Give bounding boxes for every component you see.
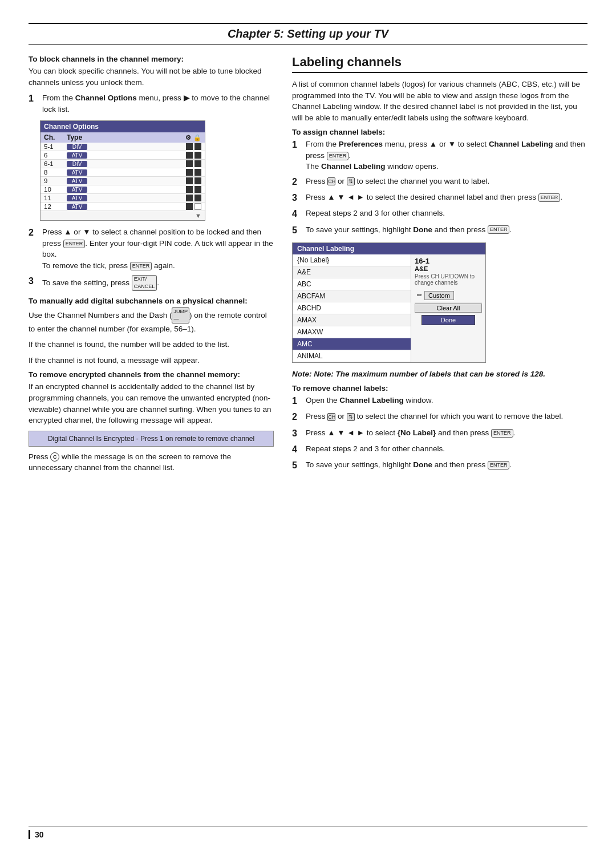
assign-step-num-2: 2 [292, 175, 301, 188]
ch-btn-2: CH [327, 413, 335, 421]
labeling-intro: A list of common channel labels (logos) … [292, 79, 587, 123]
note-content: Note: The maximum number of labels that … [314, 370, 545, 378]
table-row: 10 ATV [40, 185, 205, 194]
list-item[interactable]: {No Label} [293, 254, 411, 266]
step-2: 2 Press ▲ or ▼ to select a channel posit… [29, 226, 274, 271]
done-bold: Done [413, 225, 432, 234]
encrypted-heading: To remove encrypted channels from the ch… [29, 370, 274, 379]
left-column: To block channels in the channel memory:… [29, 55, 274, 815]
remove-step-num-4: 4 [292, 443, 301, 456]
enter-icon-2: ENTER [130, 262, 152, 270]
enter-icon-4: ENTER [538, 193, 561, 202]
step-1-content: From the Channel Options menu, press ▶ t… [42, 92, 274, 115]
page-footer: 30 [29, 826, 587, 839]
channel-hint: Press CH UP/DOWN to change channels [415, 273, 482, 286]
page: Chapter 5: Setting up your TV To block c… [0, 0, 616, 862]
ch-updown-btn: ⇅ [347, 177, 355, 185]
enter-icon-5: ENTER [488, 225, 510, 234]
remove-step-num-5: 5 [292, 459, 301, 472]
enter-icon-6: ENTER [491, 429, 513, 438]
ch-btn: CH [327, 177, 335, 185]
assign-step-1: 1 From the Preferences menu, press ▲ or … [292, 139, 587, 172]
step-1: 1 From the Channel Options menu, press ▶… [29, 92, 274, 115]
preferences-bold: Preferences [339, 140, 383, 148]
enter-icon-3: ENTER [327, 152, 349, 160]
table-row: 9 ATV [40, 177, 205, 185]
circle-c-icon: C [50, 452, 59, 462]
step-3-content: To save the setting, press EXIT/CANCEL. [42, 275, 274, 291]
assign-step-1-content: From the Preferences menu, press ▲ or ▼ … [306, 139, 587, 172]
chapter-title: Chapter 5: Setting up your TV [228, 27, 388, 40]
channel-options-cols: Ch. Type ⚙ 🔒 [40, 132, 205, 143]
list-item[interactable]: AMAXW [293, 326, 411, 338]
done-bold-2: Done [413, 460, 432, 469]
channel-options-bold: Channel Options [75, 94, 137, 102]
step-num-1: 1 [29, 92, 38, 115]
channel-name: A&E [415, 265, 482, 272]
block-steps-2-3: 2 Press ▲ or ▼ to select a channel posit… [29, 226, 274, 290]
list-item[interactable]: ABCFAM [293, 290, 411, 302]
table-row: 6 ATV [40, 151, 205, 160]
custom-button[interactable]: Custom [424, 291, 454, 300]
assign-step-3-content: Press ▲ ▼ ◄ ► to select the desired chan… [306, 192, 587, 204]
labeling-box-header: Channel Labeling [293, 243, 485, 254]
assign-step-num-5: 5 [292, 224, 301, 237]
assign-step-3: 3 Press ▲ ▼ ◄ ► to select the desired ch… [292, 192, 587, 204]
right-channel-info: 16-1 A&E Press CH UP/DOWN to change chan… [415, 257, 482, 286]
step-num-3: 3 [29, 274, 38, 291]
channel-labeling-bold-2: Channel Labeling [321, 162, 386, 171]
list-item[interactable]: A&E [293, 266, 411, 278]
table-row: 12 ATV [40, 203, 205, 211]
note-bold: Note: [292, 370, 312, 378]
jump-icon: JUMP— [172, 307, 189, 323]
no-label-bold: {No Label} [398, 428, 436, 437]
list-item[interactable]: ABCHD [293, 302, 411, 314]
encrypted-msg-text: Digital Channel Is Encrypted - Press 1 o… [48, 435, 254, 443]
assign-step-4-content: Repeat steps 2 and 3 for other channels. [306, 208, 587, 220]
remove-step-3: 3 Press ▲ ▼ ◄ ► to select {No Label} and… [292, 427, 587, 440]
page-number: 30 [29, 830, 44, 839]
enter-icon: ENTER [63, 240, 86, 248]
ch-updown-btn-2: ⇅ [347, 413, 355, 421]
remove-step-num-3: 3 [292, 427, 301, 440]
custom-row: ✏ Custom [415, 289, 482, 302]
section-title: Labeling channels [292, 55, 587, 73]
remove-labels-heading: To remove channel labels: [292, 384, 587, 392]
step-2-content: Press ▲ or ▼ to select a channel positio… [42, 226, 274, 271]
remove-step-4-content: Repeat steps 2 and 3 for other channels. [306, 443, 587, 456]
channel-num: 16-1 [415, 257, 482, 265]
assign-labels-heading: To assign channel labels: [292, 128, 587, 136]
list-item-selected[interactable]: AMC [293, 338, 411, 350]
right-column: Labeling channels A list of common chann… [292, 55, 587, 815]
done-button[interactable]: Done [422, 315, 475, 325]
col-icons: ⚙ 🔒 [185, 134, 201, 141]
assign-step-2: 2 Press CH or ⇅ to select the channel yo… [292, 176, 587, 188]
channel-options-box: Channel Options Ch. Type ⚙ 🔒 5-1 DIV [40, 120, 205, 221]
table-row: 5-1 DIV [40, 143, 205, 151]
remove-labels-steps: 1 Open the Channel Labeling window. 2 Pr… [292, 395, 587, 472]
list-item[interactable]: AMAX [293, 314, 411, 326]
channel-labeling-box: Channel Labeling {No Label} A&E ABC ABCF… [292, 242, 486, 363]
note-text: Note: Note: The maximum number of labels… [292, 369, 587, 380]
block-channels-steps: 1 From the Channel Options menu, press ▶… [29, 92, 274, 115]
remove-step-1-content: Open the Channel Labeling window. [306, 395, 587, 407]
list-item[interactable]: ANIMAL [293, 350, 411, 362]
labeling-right-panel: 16-1 A&E Press CH UP/DOWN to change chan… [411, 254, 485, 362]
assign-step-5-content: To save your settings, highlight Done an… [306, 224, 587, 237]
step-3: 3 To save the setting, press EXIT/CANCEL… [29, 275, 274, 291]
assign-step-num-4: 4 [292, 207, 301, 220]
remove-step-3-content: Press ▲ ▼ ◄ ► to select {No Label} and t… [306, 427, 587, 440]
scroll-indicator: ▼ [40, 211, 205, 220]
remove-step-num-2: 2 [292, 410, 301, 423]
labeling-body: {No Label} A&E ABC ABCFAM ABCHD AMAX AMA… [293, 254, 485, 362]
clear-all-button[interactable]: Clear All [415, 303, 482, 313]
digital-subchannels-para2: If the channel is found, the number will… [29, 339, 274, 350]
encrypted-para2: Press C while the message is on the scre… [29, 451, 274, 474]
lock-icon: ⚙ [185, 134, 191, 141]
pencil-icon: ✏ [417, 292, 422, 299]
padlock-icon: 🔒 [193, 134, 201, 141]
remove-step-4: 4 Repeat steps 2 and 3 for other channel… [292, 443, 587, 456]
table-row: 11 ATV [40, 194, 205, 203]
list-item[interactable]: ABC [293, 278, 411, 290]
table-row: 6-1 DIV [40, 160, 205, 168]
